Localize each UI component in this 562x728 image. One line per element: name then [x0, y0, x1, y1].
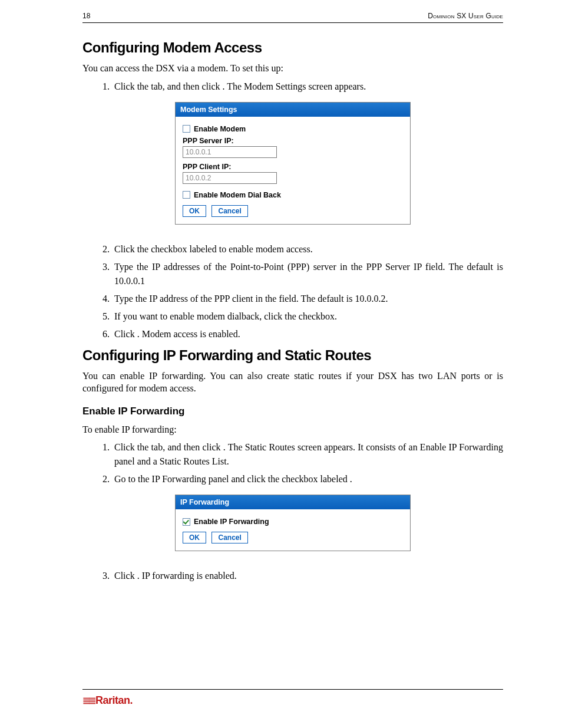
section2-intro: You can enable IP forwarding. You can al… [82, 370, 503, 395]
list-item: Type the IP address of the PPP client in… [112, 292, 503, 306]
page-header: 18 Dominion SX User Guide [82, 12, 503, 23]
list-item: Click . Modem access is enabled. [112, 327, 503, 341]
list-item: Type the IP addresses of the Point-to-Po… [112, 260, 503, 288]
ppp-client-input[interactable] [183, 172, 277, 184]
list-item: If you want to enable modem dialback, cl… [112, 309, 503, 324]
enable-modem-checkbox[interactable] [183, 125, 190, 133]
ok-button[interactable]: OK [183, 205, 206, 217]
doc-title: Dominion SX User Guide [428, 12, 503, 20]
list-item: Click the tab, and then click . The Mode… [112, 80, 503, 94]
cancel-button[interactable]: Cancel [211, 532, 247, 543]
ppp-server-label: PPP Server IP: [183, 137, 403, 145]
ppp-client-label: PPP Client IP: [183, 163, 403, 171]
list-item: Click the checkbox labeled to enable mod… [112, 242, 503, 256]
section2-sub-intro: To enable IP forwarding: [82, 423, 503, 436]
section1-steps-a: Click the tab, and then click . The Mode… [82, 80, 503, 94]
ppp-server-input[interactable] [183, 146, 277, 158]
page-footer: ≣≣ Raritan. [82, 689, 503, 707]
ip-forwarding-panel: IP Forwarding Enable IP Forwarding OK Ca… [175, 495, 411, 551]
section-title-modem: Configuring Modem Access [82, 39, 503, 56]
list-item: Click . IP forwarding is enabled. [112, 569, 503, 583]
section-title-ipfwd: Configuring IP Forwarding and Static Rou… [82, 347, 503, 364]
section1-steps-b: Click the checkbox labeled to enable mod… [82, 242, 503, 341]
cancel-button[interactable]: Cancel [211, 205, 247, 217]
enable-dialback-label: Enable Modem Dial Back [194, 191, 281, 199]
list-item: Click the tab, and then click . The Stat… [112, 440, 503, 469]
section2-steps-a: Click the tab, and then click . The Stat… [82, 440, 503, 486]
panel-title: Modem Settings [176, 103, 410, 117]
section1-intro: You can access the DSX via a modem. To s… [82, 62, 503, 75]
enable-modem-label: Enable Modem [194, 125, 246, 133]
modem-settings-panel: Modem Settings Enable Modem PPP Server I… [175, 102, 411, 225]
logo-glyph-icon: ≣≣ [82, 695, 94, 706]
brand-logo: ≣≣ Raritan. [82, 694, 133, 707]
enable-ipfwd-checkbox[interactable] [183, 518, 190, 526]
enable-ipfwd-label: Enable IP Forwarding [194, 518, 269, 526]
sub-title-enable-ipfwd: Enable IP Forwarding [82, 406, 503, 417]
section2-steps-b: Click . IP forwarding is enabled. [82, 569, 503, 583]
panel-title: IP Forwarding [176, 495, 410, 509]
enable-dialback-checkbox[interactable] [183, 191, 190, 199]
ok-button[interactable]: OK [183, 532, 206, 543]
brand-dot: . [130, 694, 133, 707]
list-item: Go to the IP Forwarding panel and click … [112, 472, 503, 486]
page-number: 18 [82, 12, 90, 20]
brand-name: Raritan [95, 694, 130, 707]
